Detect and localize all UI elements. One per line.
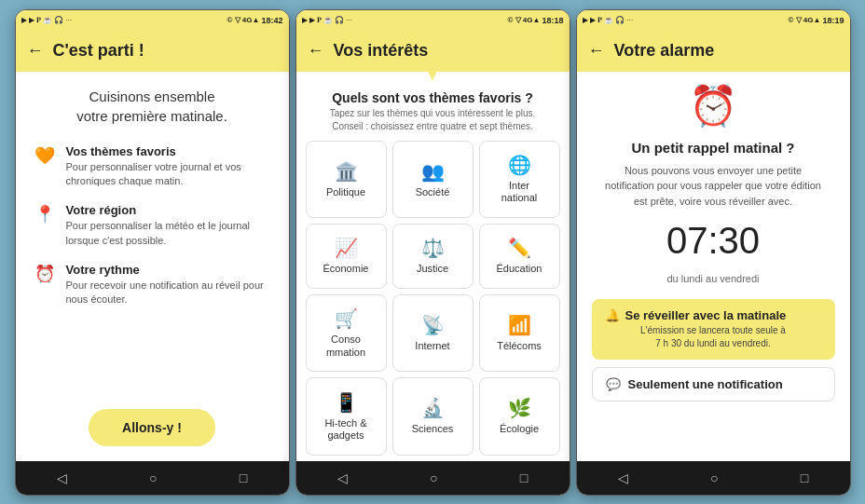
- tile-politique[interactable]: 🏛️ Politique: [306, 141, 387, 218]
- nav-home-2[interactable]: ○: [420, 467, 446, 489]
- s1-item-heading-1: Votre région: [66, 203, 270, 217]
- status-bar-1: ▶ ▶ 𝐏 ☕ 🎧 ··· © ▽ 4G▲ 18:42: [16, 10, 289, 31]
- nav-square-2[interactable]: □: [511, 467, 537, 489]
- s1-icon-1: 📍: [34, 204, 55, 225]
- status-right-1: © ▽ 4G▲ 18:42: [227, 16, 283, 25]
- s1-item-heading-2: Votre rythme: [66, 263, 270, 277]
- nav-home-3[interactable]: ○: [701, 467, 727, 489]
- nav-back-2[interactable]: ◁: [328, 467, 357, 489]
- s2-triangle: ▼: [296, 72, 570, 83]
- wake-up-desc: L'émission se lancera toute seule à 7 h …: [605, 324, 822, 350]
- politique-label: Politique: [326, 186, 365, 198]
- alarm-icon: ⏰: [689, 83, 737, 129]
- internet-label: Internet: [415, 340, 449, 352]
- s1-item-desc-0: Pour personnaliser votre journal et vos …: [66, 160, 270, 189]
- economie-icon: 📈: [335, 237, 358, 259]
- status-left-3: ▶ ▶ 𝐏 ☕ 🎧 ···: [583, 16, 634, 25]
- screen3-content: ⏰ Un petit rappel matinal ? Nous pouvons…: [577, 72, 850, 461]
- title-2: Vos intérêts: [334, 41, 429, 61]
- status-icons-2: ▶ ▶ 𝐏 ☕ 🎧 ···: [302, 16, 353, 25]
- time-2: 18:18: [542, 16, 563, 25]
- tile-ecologie[interactable]: 🌿 Écologie: [479, 377, 560, 455]
- signal-icon-1: © ▽ 4G▲: [227, 16, 260, 24]
- international-label: Inter national: [501, 180, 538, 204]
- ecologie-label: Écologie: [500, 423, 539, 435]
- nav-back-1[interactable]: ◁: [48, 467, 76, 489]
- status-left-1: ▶ ▶ 𝐏 ☕ 🎧 ···: [21, 16, 73, 25]
- tile-telecoms[interactable]: 📶 Télécoms: [479, 294, 560, 372]
- status-icons-1: ▶ ▶ 𝐏 ☕ 🎧 ···: [21, 16, 73, 25]
- screen2-content: ▼ Quels sont vos thèmes favoris ? Tapez …: [296, 72, 570, 461]
- tile-hitech[interactable]: 📱 Hi-tech & gadgets: [306, 377, 387, 455]
- tile-sciences[interactable]: 🔬 Sciences: [392, 377, 474, 455]
- title-1: C'est parti !: [53, 41, 144, 61]
- wake-bell-icon: 🔔: [605, 308, 620, 322]
- nav-bar-2: ◁ ○ □: [296, 461, 570, 495]
- notification-label: Seulement une notification: [628, 377, 783, 391]
- tile-internet[interactable]: 📡 Internet: [392, 294, 474, 372]
- back-button-1[interactable]: ←: [27, 41, 44, 61]
- allons-y-button[interactable]: Allons-y !: [89, 409, 215, 446]
- s1-icon-2: ⏰: [34, 264, 55, 284]
- notification-only-button[interactable]: 💬 Seulement une notification: [592, 367, 835, 402]
- s3-time-display: 07:30: [666, 220, 760, 262]
- education-icon: ✏️: [508, 237, 531, 259]
- back-button-2[interactable]: ←: [308, 41, 324, 61]
- status-right-2: © ▽ 4G▲ 18:18: [508, 16, 564, 25]
- s2-grid: 🏛️ Politique 👥 Société 🌐 Inter national …: [296, 141, 570, 461]
- tile-societe[interactable]: 👥 Société: [392, 141, 474, 218]
- nav-back-3[interactable]: ◁: [609, 467, 638, 489]
- nav-square-3[interactable]: □: [791, 467, 817, 489]
- top-bar-3: ← Votre alarme: [577, 31, 850, 72]
- status-bar-3: ▶ ▶ 𝐏 ☕ 🎧 ··· © ▽ 4G▲ 18:19: [577, 10, 850, 31]
- s1-item-text-1: Votre région Pour personnaliser la météo…: [66, 203, 270, 248]
- education-label: Éducation: [497, 263, 542, 275]
- s1-items: 🧡 Vos thèmes favoris Pour personnaliser …: [34, 144, 270, 307]
- back-button-3[interactable]: ←: [588, 41, 605, 61]
- signal-icon-2: © ▽ 4G▲: [508, 16, 541, 24]
- ecologie-icon: 🌿: [508, 397, 531, 419]
- wake-up-option-title: 🔔 Se réveiller avec la matinale: [605, 308, 822, 322]
- s1-item-1: 📍 Votre région Pour personnaliser la mét…: [34, 203, 270, 248]
- time-3: 18:19: [822, 16, 844, 25]
- nav-home-1[interactable]: ○: [140, 467, 166, 489]
- conso-label: Conso mmation: [326, 334, 365, 358]
- status-right-3: © ▽ 4G▲ 18:19: [789, 16, 844, 25]
- telecoms-label: Télécoms: [497, 340, 542, 352]
- phone-2: ▶ ▶ 𝐏 ☕ 🎧 ··· © ▽ 4G▲ 18:18 ← Vos intérê…: [295, 9, 570, 496]
- nav-square-1[interactable]: □: [230, 467, 256, 489]
- hitech-label: Hi-tech & gadgets: [324, 417, 366, 442]
- conso-icon: 🛒: [335, 307, 358, 330]
- tile-education[interactable]: ✏️ Éducation: [479, 224, 560, 289]
- s1-item-0: 🧡 Vos thèmes favoris Pour personnaliser …: [34, 144, 270, 189]
- phone-1: ▶ ▶ 𝐏 ☕ 🎧 ··· © ▽ 4G▲ 18:42 ← C'est part…: [15, 9, 290, 496]
- societe-icon: 👥: [421, 160, 445, 183]
- s1-item-heading-0: Vos thèmes favoris: [66, 144, 270, 158]
- s3-days: du lundi au vendredi: [666, 273, 759, 284]
- s3-card-desc: Nous pouvons vous envoyer une petite not…: [597, 163, 829, 210]
- screen1-content: Cuisinons ensemble votre première matina…: [16, 72, 289, 461]
- status-bar-2: ▶ ▶ 𝐏 ☕ 🎧 ··· © ▽ 4G▲ 18:18: [296, 10, 570, 31]
- nav-bar-3: ◁ ○ □: [577, 461, 850, 495]
- sciences-icon: 🔬: [421, 397, 445, 419]
- wake-up-option-button[interactable]: 🔔 Se réveiller avec la matinale L'émissi…: [592, 299, 835, 360]
- s1-icon-0: 🧡: [34, 145, 55, 166]
- tile-economie[interactable]: 📈 Économie: [306, 224, 387, 289]
- s1-item-desc-2: Pour recevoir une notification au réveil…: [66, 279, 270, 307]
- tile-conso[interactable]: 🛒 Conso mmation: [306, 294, 387, 372]
- politique-icon: 🏛️: [335, 160, 358, 183]
- status-icons-3: ▶ ▶ 𝐏 ☕ 🎧 ···: [583, 16, 634, 25]
- nav-bar-1: ◁ ○ □: [16, 461, 289, 495]
- s3-body: ⏰ Un petit rappel matinal ? Nous pouvons…: [577, 72, 850, 461]
- s1-body: Cuisinons ensemble votre première matina…: [16, 72, 289, 461]
- societe-label: Société: [416, 186, 450, 198]
- tile-international[interactable]: 🌐 Inter national: [479, 141, 560, 218]
- time-1: 18:42: [261, 16, 282, 25]
- top-bar-1: ← C'est parti !: [16, 31, 289, 72]
- s2-question: Quels sont vos thèmes favoris ?: [296, 83, 570, 107]
- s1-item-text-0: Vos thèmes favoris Pour personnaliser vo…: [66, 144, 270, 189]
- tile-justice[interactable]: ⚖️ Justice: [392, 224, 474, 289]
- sciences-label: Sciences: [412, 423, 454, 435]
- telecoms-icon: 📶: [508, 314, 531, 336]
- s1-headline: Cuisinons ensemble votre première matina…: [76, 87, 227, 126]
